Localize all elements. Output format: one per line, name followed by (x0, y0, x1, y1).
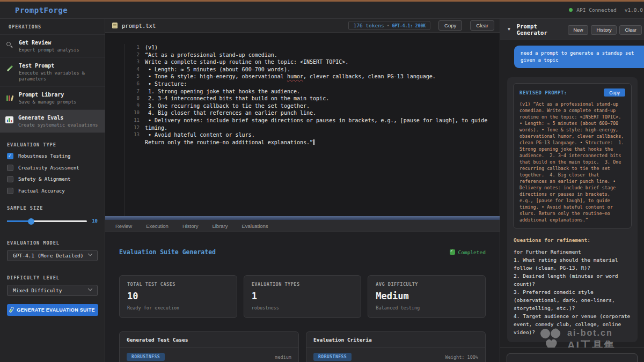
generate-button-label: GENERATE EVALUATION SUITE (17, 307, 95, 313)
line-text: Return only the routine—no additional ex… (145, 139, 314, 146)
sample-size-value: 10 (92, 218, 98, 224)
checkbox-icon[interactable] (7, 188, 13, 194)
stat-cards: TOTAL TEST CASES10Ready for executionEVA… (119, 275, 486, 318)
panel-title: Generated Test Cases (120, 332, 298, 348)
sidebar-item-generate-evals[interactable]: Generate EvalsCreate systematic evaluati… (0, 110, 105, 133)
editor-line: 2“Act as a professional stand-up comedia… (150, 51, 500, 59)
slider-thumb[interactable] (28, 218, 34, 225)
editor-clear-button[interactable]: Clear (470, 20, 494, 31)
line-number: 9 (130, 102, 145, 110)
checkbox-row-factual-accuracy[interactable]: Factual Accuracy (7, 188, 98, 194)
stat-card-2: AVG DIFFICULTYMediumBalanced testing (368, 275, 486, 318)
prompt-editor[interactable]: 1(v1)2“Act as a professional stand-up co… (105, 33, 500, 216)
status-dot-icon (569, 8, 573, 12)
line-number: 13 (130, 131, 145, 139)
stat-label: TOTAL TEST CASES (127, 282, 229, 287)
results-title: Evaluation Suite Generated (119, 248, 216, 256)
stat-value: Medium (376, 291, 478, 301)
operations-list: Get ReviewExpert prompt analysisTest Pro… (0, 35, 105, 133)
stat-card-0: TOTAL TEST CASES10Ready for execution (119, 275, 237, 318)
editor-line: 8 2. 3–4 interconnected bits that build … (150, 95, 500, 102)
panel-row: ROBUSTNESSmedium (120, 348, 298, 362)
checkbox-label: Safety & Alignment (18, 176, 71, 182)
tab-history[interactable]: History (178, 223, 203, 229)
revised-copy-button[interactable]: Copy (604, 88, 625, 97)
sample-size-slider[interactable] (7, 218, 87, 225)
editor-line: 13 • Avoid hateful content or slurs. (150, 131, 500, 139)
sidebar-item-prompt-library[interactable]: Prompt LibrarySave & manage prompts (0, 87, 105, 110)
editor-line: 9 3. One recurring callback to tie the s… (150, 102, 500, 110)
line-text: “Act as a professional stand-up comedian… (145, 51, 277, 59)
revised-prompt-label: REVISED PROMPT: (519, 90, 567, 95)
robustness-badge: ROBUSTNESS (313, 353, 352, 361)
line-text: • Structure: (145, 80, 187, 88)
tab-review[interactable]: Review (111, 223, 137, 229)
panel-meta: medium (275, 354, 291, 360)
horizontal-splitter[interactable] (105, 216, 500, 220)
sample-size-row: 10 (7, 218, 98, 225)
result-panels: Generated Test CasesROBUSTNESSmediumEval… (119, 331, 486, 362)
chat-area: need a prompt to generate a standup set … (500, 40, 644, 348)
sidebar-item-text: Prompt LibrarySave & manage prompts (19, 92, 76, 105)
prompt-generator-actions: NewHistoryClear (565, 24, 642, 35)
tab-library[interactable]: Library (207, 223, 232, 229)
app-version: v1.0.0 (625, 7, 643, 13)
checkbox-checked-icon[interactable] (7, 153, 13, 159)
sidebar-item-text: Test PromptExecute with variables & para… (19, 63, 98, 82)
editor-line: 5 • Tone & style: high-energy, observati… (150, 73, 500, 80)
results-section: Evaluation Suite Generated Completed TOT… (105, 232, 500, 362)
editor-copy-button[interactable]: Copy (438, 20, 462, 31)
user-message-bubble: need a prompt to generate a standup set … (514, 46, 644, 68)
line-number: 4 (130, 66, 145, 73)
editor-line: 7 1. Strong opening joke that hooks the … (150, 88, 500, 95)
magnifier-icon (5, 41, 14, 50)
line-text: 4. Big closer that references an earlier… (145, 109, 316, 117)
collapse-triangle-icon[interactable]: ▼ (508, 27, 510, 32)
generate-evaluation-suite-button[interactable]: GENERATE EVALUATION SUITE (7, 304, 98, 316)
books-icon (5, 93, 14, 102)
panel-evaluation-criteria: Evaluation CriteriaROBUSTNESSWeight: 100… (306, 331, 486, 362)
checkbox-row-safety-alignment[interactable]: Safety & Alignment (7, 176, 98, 182)
spellcheck-underline: humor (287, 73, 303, 79)
sidebar-item-title: Get Review (19, 40, 79, 46)
question-item: 1. What rating should the material follo… (514, 256, 631, 272)
stat-subtext: robustness (252, 305, 354, 311)
tab-execution[interactable]: Execution (141, 223, 173, 229)
test-tube-icon (9, 307, 14, 313)
tab-evaluations[interactable]: Evaluations (237, 223, 273, 229)
evaluation-type-heading: EVALUATION TYPE (0, 142, 105, 147)
stat-subtext: Balanced testing (376, 305, 478, 311)
line-number: 7 (130, 88, 145, 95)
sidebar-item-get-review[interactable]: Get ReviewExpert prompt analysis (0, 35, 105, 58)
question-item: 3. Preferred comedic style (observationa… (514, 288, 631, 312)
clear-button[interactable]: Clear (619, 25, 642, 35)
panel-title: Evaluation Criteria (306, 332, 485, 348)
difficulty-level-select[interactable]: Mixed Difficulty (7, 285, 98, 296)
prompt-input[interactable] (507, 353, 638, 362)
editor-code: 1(v1)2“Act as a professional stand-up co… (125, 44, 500, 216)
sidebar-item-test-prompt[interactable]: Test PromptExecute with variables & para… (0, 58, 105, 87)
sample-size-heading: SAMPLE SIZE (0, 205, 105, 211)
token-count: 176 tokens (353, 23, 384, 28)
line-number: 3 (130, 58, 145, 66)
line-text: • Avoid hateful content or slurs. (145, 131, 255, 139)
history-button[interactable]: History (591, 25, 617, 35)
checkbox-row-creativity-assessment[interactable]: Creativity Assessment (7, 165, 98, 171)
chat-input-area (500, 348, 644, 362)
line-text: 3. One recurring callback to tie the set… (145, 102, 310, 110)
editor-filename: prompt.txt (122, 23, 344, 29)
new-button[interactable]: New (568, 25, 588, 35)
sidebar-item-subtitle: Create systematic evaluations (18, 122, 98, 128)
api-status-label: API Connected (576, 7, 616, 13)
line-number-gutter (105, 44, 125, 216)
sidebar-item-title: Test Prompt (19, 63, 98, 69)
editor-line: 1(v1) (150, 44, 500, 51)
checkbox-row-robustness-testing[interactable]: Robustness Testing (7, 153, 98, 159)
checkbox-icon[interactable] (7, 165, 13, 171)
tab-bar: ReviewExecutionHistoryLibraryEvaluations (105, 220, 500, 232)
evaluation-model-select[interactable]: GPT-4.1 (More Detailed) (7, 250, 98, 261)
checkbox-icon[interactable] (7, 176, 13, 182)
line-text: • Length: ≈ 5 minutes (about 600–700 wor… (145, 66, 290, 73)
line-text: • Delivery notes: include brief stage di… (145, 117, 487, 124)
status-label: Completed (458, 249, 486, 255)
